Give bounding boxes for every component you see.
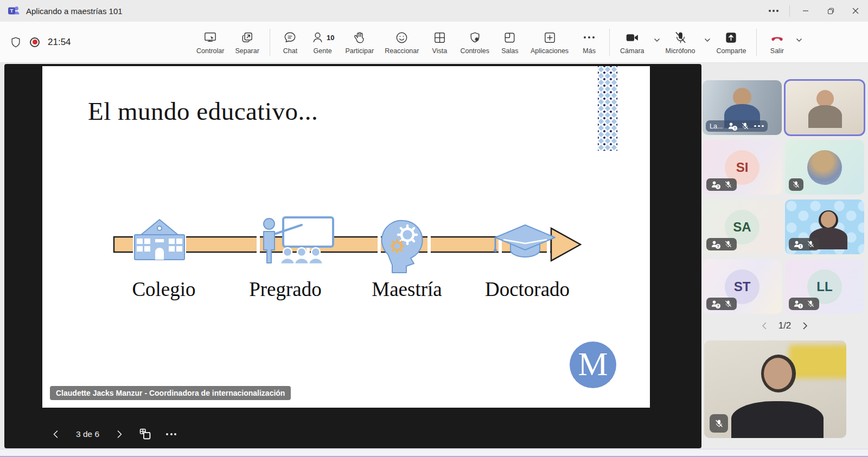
view-icon [432,30,447,45]
page-indicator: 1/2 [778,320,792,331]
popout-icon [240,30,254,45]
participant-more-icon[interactable] [754,125,764,127]
participants-pagination: 1/2 [701,320,868,331]
chat-icon [283,30,297,45]
microphone-button[interactable]: Micrófono [660,28,701,57]
control-button[interactable]: Controlar [191,28,229,57]
monitor-control-icon [203,30,218,45]
participant-name-label: La... [710,123,723,130]
participant-info-icon: ! [727,122,736,130]
participant-info-icon: ? [711,181,719,189]
rooms-icon [502,30,517,45]
microphone-options-chevron-icon[interactable] [704,38,711,42]
participant-tile[interactable]: ST ? [703,259,782,314]
participant-tile[interactable]: La... ! [703,80,782,135]
camera-button[interactable]: Cámara [615,28,649,57]
minimize-button[interactable] [793,0,818,22]
participant-tile[interactable]: LL ! [785,259,864,314]
presentation-stage: El mundo educativo... [4,64,701,448]
share-button[interactable]: Comparte [711,28,751,57]
slide-more-button[interactable] [166,433,176,435]
previous-page-button[interactable] [760,321,769,330]
recording-indicator [30,37,40,47]
mic-muted-icon [792,181,800,189]
participant-tile[interactable]: SI ? [703,140,782,195]
mic-muted-icon [724,300,732,308]
timeline-label: Pregrado [215,278,356,301]
school-icon [135,220,184,260]
mic-muted-icon [724,240,732,248]
meeting-timer: 21:54 [48,37,71,48]
leave-button[interactable]: Salir [762,28,792,57]
participant-info-icon: ! [793,300,802,308]
camera-icon [625,30,640,45]
mic-muted-icon [807,240,815,248]
next-page-button[interactable] [801,321,809,330]
previous-slide-button[interactable] [51,429,61,439]
toolbar-divider [609,29,610,56]
shared-slide: El mundo educativo... [42,66,650,408]
education-timeline [113,204,585,286]
slide-title: El mundo educativo... [88,96,318,126]
close-button[interactable] [843,0,868,22]
slide-page-indicator: 3 de 6 [76,429,99,439]
react-button[interactable]: Reaccionar [379,28,424,57]
presenter-caption: Claudette Jacks Manzur - Coordinadora de… [50,386,291,400]
pet-avatar [807,150,842,185]
self-view-tile[interactable] [704,340,846,438]
timeline-label: Doctorado [457,278,598,301]
mic-muted-icon [741,122,749,130]
participant-tile[interactable]: ! [785,199,864,254]
svg-text:T: T [10,8,14,14]
apps-button[interactable]: Aplicaciones [525,28,574,57]
head-gears-icon [382,221,423,273]
meeting-controls-button[interactable]: Controles [455,28,495,57]
mic-muted-icon [714,419,724,428]
people-button[interactable]: 10 Gente [305,28,340,57]
raise-hand-button[interactable]: Participar [340,28,379,57]
mic-muted-icon [673,30,688,45]
view-button[interactable]: Vista [424,28,455,57]
participant-tile[interactable] [785,140,864,195]
toolbar-divider [756,29,757,56]
window-more-button[interactable] [761,0,786,22]
participants-sidebar: La... ! SI ? [701,64,868,448]
teacher-icon [264,217,333,264]
people-icon [311,30,326,45]
participant-count: 10 [327,34,334,42]
hangup-icon [770,30,784,45]
restore-button[interactable] [818,0,843,22]
raise-hand-icon [352,30,367,45]
security-shield-icon [10,36,22,49]
participant-tile[interactable]: SA ? [703,199,782,254]
participant-info-icon: ! [793,240,802,248]
leave-options-chevron-icon[interactable] [796,38,802,42]
university-logo: M [570,342,616,388]
thumbnails-view-button[interactable] [139,428,151,440]
window-bottom-edge [0,449,868,457]
close-icon [852,8,859,14]
popout-button[interactable]: Separar [229,28,264,57]
meeting-toolbar: 21:54 Controlar Separar Chat [0,22,868,63]
window-title: Aplicando a maestrías 101 [26,7,123,16]
window-titlebar: T Aplicando a maestrías 101 [0,0,868,22]
mic-muted-icon [807,300,815,308]
share-icon [724,30,738,45]
react-icon [394,30,409,45]
timeline-label: Colegio [93,278,234,301]
chat-button[interactable]: Chat [275,28,305,57]
slide-navigation: 3 de 6 [51,428,176,440]
mic-muted-icon [724,181,732,189]
toolbar-divider [270,29,270,56]
minimize-icon [802,8,809,14]
next-slide-button[interactable] [114,429,124,439]
checker-decoration [598,66,617,151]
teams-logo-icon: T [8,4,21,17]
window-controls-divider [789,5,790,17]
participant-info-icon: ? [711,300,719,308]
rooms-button[interactable]: Salas [495,28,525,57]
participant-tile-speaking[interactable] [785,80,864,135]
apps-icon [542,30,557,45]
more-button[interactable]: Más [574,28,604,57]
camera-options-chevron-icon[interactable] [654,38,660,42]
